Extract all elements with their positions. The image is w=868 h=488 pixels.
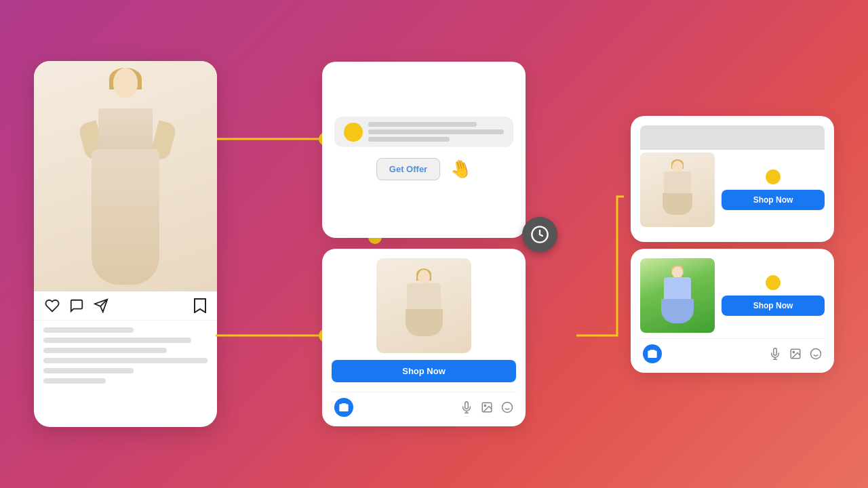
bubble-yellow-dot — [344, 123, 363, 142]
bubble-text-lines — [368, 122, 504, 142]
clock-circle — [522, 217, 557, 252]
share-icon[interactable] — [94, 298, 108, 313]
actions-bar — [34, 291, 217, 321]
right-shop-now-button-2[interactable]: Shop Now — [722, 296, 825, 316]
chat-bubble — [334, 117, 513, 147]
middle-product-thumb — [376, 258, 471, 353]
thumb-skirt — [406, 309, 443, 336]
camera-icon — [338, 402, 349, 413]
get-offer-area: Get Offer 🤚 — [376, 152, 471, 183]
middle-product-card: Shop Now — [322, 249, 526, 426]
right-yellow-dot-2 — [766, 275, 781, 290]
right-column: Shop Now Shop Now — [631, 116, 834, 373]
dress-body — [92, 149, 159, 285]
content-line-1 — [43, 327, 134, 333]
sticker-icon[interactable] — [501, 401, 513, 413]
product-image-left — [34, 61, 217, 291]
dress-figure — [71, 68, 180, 285]
svg-point-9 — [484, 405, 486, 406]
right-shop-now-button-1[interactable]: Shop Now — [722, 190, 825, 210]
chat-top-card: Get Offer 🤚 — [322, 62, 526, 238]
right-panel-bottom: Shop Now — [631, 249, 834, 373]
right-product-row-2: Shop Now — [640, 258, 825, 333]
r-head-1 — [672, 161, 683, 173]
right-input-icons — [769, 348, 822, 360]
r-head-2 — [672, 266, 683, 279]
left-phone-mockup — [34, 61, 217, 427]
main-scene: Get Offer 🤚 Shop Now — [34, 27, 834, 461]
head — [113, 68, 138, 98]
b-line-3 — [368, 137, 450, 142]
hand-cursor-icon: 🤚 — [448, 156, 474, 182]
right-camera-icon-circle[interactable] — [643, 344, 662, 363]
heart-icon[interactable] — [45, 298, 60, 313]
svg-point-10 — [502, 403, 513, 413]
content-line-5 — [43, 368, 134, 373]
image-icon[interactable] — [481, 401, 493, 413]
get-offer-button[interactable]: Get Offer — [376, 158, 440, 180]
right-dress-1 — [657, 159, 698, 220]
chat-top-content: Get Offer 🤚 — [334, 75, 513, 224]
right-card-bottom-bar — [640, 338, 825, 363]
bookmark-icon[interactable] — [194, 298, 206, 313]
b-line-2 — [368, 129, 504, 134]
right-product-img-2 — [640, 258, 715, 333]
camera-icon-circle[interactable] — [334, 398, 353, 417]
right-product-img-1 — [640, 152, 715, 227]
r-skirt-2 — [661, 299, 694, 323]
input-icons-right — [460, 401, 513, 413]
content-line-4 — [43, 358, 208, 363]
right-camera-icon — [647, 348, 658, 359]
right-image-icon[interactable] — [789, 348, 802, 360]
right-mic-icon[interactable] — [769, 348, 781, 360]
right-top-gray-bar — [640, 125, 825, 150]
comment-icon[interactable] — [69, 298, 84, 313]
right-yellow-dot-1 — [766, 169, 781, 184]
right-dress-2 — [657, 265, 698, 326]
middle-card-bottom-bar — [332, 392, 516, 417]
left-action-icons — [45, 298, 108, 313]
post-content-lines — [34, 321, 217, 427]
middle-shop-now-button[interactable]: Shop Now — [332, 360, 516, 382]
thumb-head — [418, 270, 430, 285]
content-line-3 — [43, 348, 167, 353]
content-line-6 — [43, 378, 106, 384]
right-product-side-1: Shop Now — [722, 169, 825, 210]
clock-icon — [530, 225, 549, 244]
right-panel-top: Shop Now — [631, 116, 834, 242]
svg-point-19 — [811, 348, 821, 359]
right-product-row-1: Shop Now — [640, 152, 825, 227]
right-product-side-2: Shop Now — [722, 275, 825, 316]
right-sticker-icon[interactable] — [810, 348, 822, 360]
middle-column: Get Offer 🤚 Shop Now — [322, 62, 526, 426]
thumb-dress-figure — [400, 268, 448, 343]
r-skirt-1 — [663, 193, 692, 215]
svg-point-18 — [793, 351, 794, 352]
content-line-2 — [43, 338, 191, 343]
b-line-1 — [368, 122, 477, 127]
mic-icon[interactable] — [460, 401, 473, 413]
